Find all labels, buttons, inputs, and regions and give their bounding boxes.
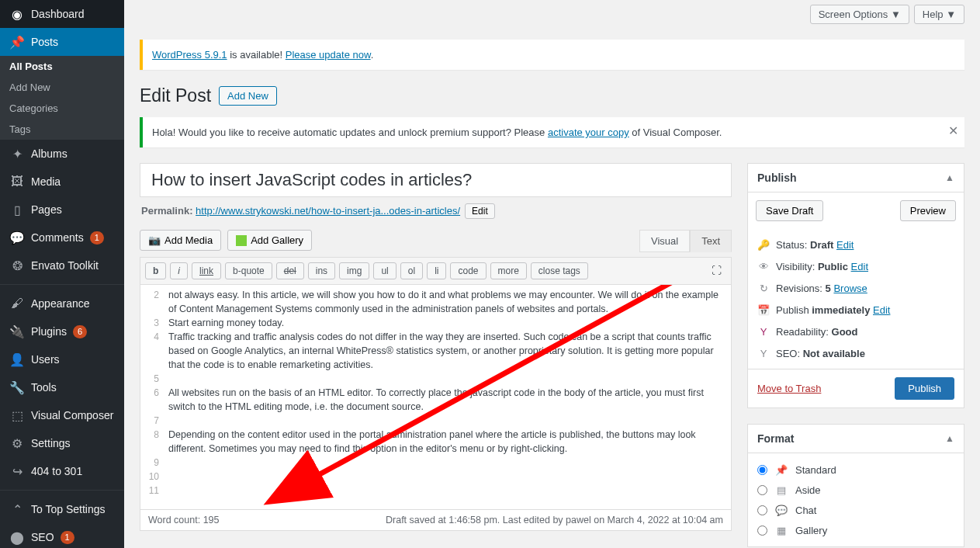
sidebar-item-users[interactable]: 👤Users — [0, 345, 124, 373]
fullscreen-icon[interactable]: ⛶ — [707, 262, 726, 279]
tool-bquote[interactable]: b-quote — [225, 262, 272, 279]
help-button[interactable]: Help ▼ — [914, 5, 964, 24]
word-count: Word count: 195 — [148, 515, 220, 525]
revision-icon: ↻ — [757, 282, 770, 294]
add-new-button[interactable]: Add New — [219, 86, 277, 106]
add-gallery-button[interactable]: Add Gallery — [227, 230, 312, 251]
sidebar-item-tools[interactable]: 🔧Tools — [0, 373, 124, 401]
pin-icon: 📌 — [9, 34, 25, 50]
aside-icon: ▤ — [775, 484, 788, 496]
sidebar-item-pages[interactable]: ▯Pages — [0, 196, 124, 224]
update-version-link[interactable]: WordPress 5.9.1 — [152, 49, 227, 61]
seo-icon: ⬤ — [9, 529, 25, 545]
sliders-icon: ⚙ — [9, 435, 25, 451]
yoast-icon: Y — [757, 325, 770, 338]
preview-button[interactable]: Preview — [900, 200, 956, 221]
gallery-icon — [236, 235, 247, 246]
plugins-badge: 6 — [73, 325, 87, 338]
tool-ul[interactable]: ul — [373, 262, 396, 279]
sidebar-item-vc[interactable]: ⬚Visual Composer — [0, 401, 124, 429]
sidebar-submenu-posts: All Posts Add New Categories Tags — [0, 56, 124, 140]
status-edit-link[interactable]: Edit — [836, 239, 854, 251]
sidebar-item-envato[interactable]: ❂Envato Toolkit — [0, 251, 124, 279]
sidebar-item-plugins[interactable]: 🔌Plugins6 — [0, 317, 124, 345]
vc-icon: ⬚ — [9, 408, 25, 423]
save-draft-button[interactable]: Save Draft — [756, 200, 823, 221]
comments-badge: 1 — [90, 231, 104, 245]
format-heading[interactable]: Format▲ — [748, 425, 964, 453]
page-title: Edit Post — [140, 85, 211, 106]
publish-heading[interactable]: Publish▲ — [748, 164, 964, 192]
format-gallery[interactable]: ▦Gallery — [757, 520, 954, 540]
permalink-edit-button[interactable]: Edit — [465, 203, 495, 219]
activate-copy-link[interactable]: activate your copy — [548, 127, 629, 138]
line-numbers: 234567891011 — [140, 285, 164, 509]
code-text[interactable]: not always easy. In this article, we wil… — [164, 285, 731, 509]
screen-options-button[interactable]: Screen Options ▼ — [810, 5, 909, 24]
chevron-up-icon: ▲ — [945, 172, 954, 183]
editor-toolbar: b i link b-quote del ins img ul ol li co… — [140, 257, 732, 285]
calendar-icon: 📅 — [757, 303, 770, 316]
publish-button[interactable]: Publish — [895, 377, 954, 400]
revisions-browse-link[interactable]: Browse — [833, 283, 867, 294]
leaf-icon: ❂ — [9, 258, 25, 273]
editor-body[interactable]: 234567891011 not always easy. In this ar… — [140, 285, 732, 510]
sidebar-item-posts[interactable]: 📌Posts — [0, 28, 124, 56]
wrench-icon: 🔧 — [9, 380, 25, 395]
sub-all-posts[interactable]: All Posts — [0, 56, 124, 77]
sub-tags[interactable]: Tags — [0, 119, 124, 140]
publish-date-edit-link[interactable]: Edit — [873, 304, 890, 316]
draft-status: Draft saved at 1:46:58 pm. Last edited b… — [386, 515, 723, 525]
post-title-input[interactable] — [140, 163, 732, 197]
tool-closetags[interactable]: close tags — [531, 262, 588, 279]
sidebar-item-media[interactable]: 🖾Media — [0, 168, 124, 196]
sidebar-label: Dashboard — [31, 8, 85, 20]
sidebar-item-totop[interactable]: ⌃To Top Settings — [0, 495, 124, 523]
tool-code[interactable]: code — [450, 262, 486, 279]
brush-icon: 🖌 — [9, 296, 25, 311]
sidebar-item-404[interactable]: ↪404 to 301 — [0, 457, 124, 485]
dashboard-icon: ◉ — [9, 6, 25, 22]
visibility-edit-link[interactable]: Edit — [851, 261, 868, 272]
sub-categories[interactable]: Categories — [0, 98, 124, 119]
seo-badge: 1 — [61, 531, 74, 544]
page-icon: ▯ — [9, 202, 25, 217]
sub-add-new[interactable]: Add New — [0, 77, 124, 98]
tab-visual[interactable]: Visual — [639, 230, 690, 252]
tool-ins[interactable]: ins — [308, 262, 335, 279]
star-icon: ✦ — [9, 146, 25, 161]
format-metabox: Format▲ 📌Standard ▤Aside 💬Chat ▦Gallery — [747, 424, 964, 547]
publish-metabox: Publish▲ Save Draft Preview 🔑Status: Dra… — [747, 163, 964, 408]
tab-text[interactable]: Text — [690, 230, 732, 252]
admin-sidebar: ◉Dashboard 📌Posts All Posts Add New Cate… — [0, 0, 124, 548]
format-standard[interactable]: 📌Standard — [757, 460, 954, 480]
editor-footer: Word count: 195 Draft saved at 1:46:58 p… — [140, 510, 732, 531]
eye-icon: 👁 — [757, 260, 770, 272]
dismiss-notice-button[interactable]: ✕ — [948, 123, 958, 138]
sidebar-item-albums[interactable]: ✦Albums — [0, 140, 124, 168]
format-chat[interactable]: 💬Chat — [757, 500, 954, 520]
format-aside[interactable]: ▤Aside — [757, 480, 954, 500]
yoast-grey-icon: Y — [757, 347, 770, 359]
tool-b[interactable]: b — [145, 262, 166, 279]
tool-i[interactable]: i — [170, 262, 188, 279]
sidebar-item-appearance[interactable]: 🖌Appearance — [0, 290, 124, 317]
gallery-icon: ▦ — [775, 524, 788, 536]
key-icon: 🔑 — [757, 238, 770, 251]
tool-link[interactable]: link — [192, 262, 221, 279]
tool-more[interactable]: more — [490, 262, 527, 279]
sidebar-item-comments[interactable]: 💬Comments1 — [0, 224, 124, 251]
pin-icon: 📌 — [775, 463, 788, 476]
permalink-link[interactable]: http://www.strykowski.net/how-to-insert-… — [196, 205, 460, 217]
move-to-trash-link[interactable]: Move to Trash — [757, 383, 821, 394]
sidebar-item-dashboard[interactable]: ◉Dashboard — [0, 0, 124, 28]
update-now-link[interactable]: Please update now — [286, 49, 371, 61]
tool-li[interactable]: li — [427, 262, 446, 279]
sidebar-item-settings[interactable]: ⚙Settings — [0, 429, 124, 457]
tool-img[interactable]: img — [339, 262, 369, 279]
sidebar-item-seo[interactable]: ⬤SEO1 — [0, 523, 124, 548]
tool-ol[interactable]: ol — [400, 262, 423, 279]
tool-del[interactable]: del — [276, 262, 304, 279]
media-icon: 🖾 — [9, 174, 25, 189]
add-media-button[interactable]: 📷Add Media — [140, 230, 221, 251]
